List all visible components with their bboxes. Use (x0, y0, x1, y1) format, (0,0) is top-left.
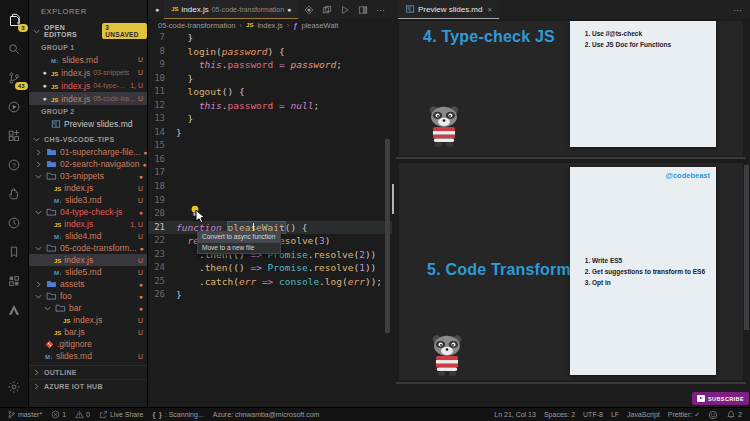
code-line[interactable]: 17 (148, 166, 392, 180)
outline-section[interactable]: OUTLINE (29, 365, 147, 379)
run-icon[interactable] (340, 5, 350, 15)
code-line[interactable]: 10 } (148, 72, 392, 86)
code-line[interactable]: 24 .then(() => Promise.resolve(1)) (148, 261, 392, 275)
code-line[interactable]: 7 } (148, 31, 392, 45)
code-editor[interactable]: 7 }8 login(password) {9 this.password = … (148, 31, 392, 407)
code-line[interactable]: 26} (148, 288, 392, 302)
open-editor-item[interactable]: Preview slides.md (29, 117, 147, 130)
code-line[interactable]: 12 this.password = null; (148, 99, 392, 113)
source-control-icon[interactable]: 43 (0, 63, 29, 92)
tab-index-js[interactable]: JS index.js 05-code-transformation ● (164, 0, 298, 19)
youtube-icon (697, 395, 705, 402)
popup-item-convert-async[interactable]: Convert to async function (198, 232, 280, 243)
prettier-icon[interactable] (304, 5, 314, 15)
tree-item[interactable]: JSindex.jsU (29, 182, 147, 194)
grid-icon[interactable] (0, 266, 29, 295)
code-line[interactable]: 16 (148, 153, 392, 167)
status-item[interactable]: LF (611, 411, 619, 418)
code-line[interactable]: 11 logout() { (148, 85, 392, 99)
status-item[interactable]: UTF-8 (583, 411, 603, 418)
code-line[interactable]: 8 login(password) { (148, 45, 392, 59)
more-actions-icon[interactable]: ··· (376, 5, 385, 15)
smiley-status-item[interactable] (708, 410, 718, 420)
status-item[interactable]: Prettier: ✓ (668, 411, 700, 419)
bell-status-item[interactable]: 2 (726, 410, 742, 420)
code-line[interactable]: 19 (148, 194, 392, 208)
status-item[interactable]: JavaScript (627, 411, 660, 418)
status-item[interactable]: Spaces: 2 (544, 411, 575, 418)
code-line[interactable]: 18 (148, 180, 392, 194)
code-line[interactable]: 9 this.password = password; (148, 58, 392, 72)
tree-item[interactable]: JSindex.jsU (29, 314, 147, 326)
code-line[interactable]: 25 .catch(err => console.log(err)); (148, 275, 392, 289)
breadcrumb-symbol[interactable]: pleaseWait (302, 21, 339, 30)
open-editor-item[interactable]: ●JSindex.js05-code-tra...U (29, 92, 147, 105)
line-number: 9 (148, 58, 174, 72)
files-icon[interactable]: 3 (0, 5, 29, 34)
tree-item[interactable]: 04-type-check-js● (29, 206, 147, 218)
open-preview-icon[interactable] (358, 5, 368, 15)
preview-scrollbar[interactable] (744, 165, 749, 330)
line-number: 10 (148, 72, 174, 86)
chevron-right-icon (35, 161, 43, 168)
editor-scrollbar[interactable] (385, 139, 390, 333)
open-editor-item[interactable]: M↓slides.mdU (29, 53, 147, 66)
svg-text:?: ? (12, 161, 16, 168)
azure-icon[interactable] (0, 295, 29, 324)
tree-item[interactable]: bar● (29, 302, 147, 314)
braces-status-item[interactable]: { }: Scanning... (152, 411, 203, 418)
history-icon[interactable] (0, 208, 29, 237)
hand-icon[interactable] (0, 179, 29, 208)
tree-item[interactable]: 05-code-transform...● (29, 242, 147, 254)
tree-item[interactable]: M↓slides.mdU (29, 350, 147, 362)
help-icon[interactable]: ? (0, 150, 29, 179)
gear-icon[interactable] (0, 372, 29, 401)
workspace-header[interactable]: CHS-VSCODE-TIPS (29, 130, 147, 146)
tree-item[interactable]: JSbar.jsU (29, 326, 147, 338)
error-status-item[interactable]: 1 (51, 410, 66, 419)
tree-item[interactable]: 03-snippets● (29, 170, 147, 182)
breadcrumb-folder[interactable]: 05-code-transformation (158, 21, 236, 30)
open-editors-header[interactable]: OPEN EDITORS 3 UNSAVED (29, 21, 147, 41)
subscribe-overlay[interactable]: SUBSCRIBE (692, 392, 749, 405)
status-item[interactable]: Ln 21, Col 13 (494, 411, 536, 418)
close-icon[interactable]: × (487, 5, 492, 14)
code-line[interactable]: 20 (148, 207, 392, 221)
branch-status-item[interactable]: master* (7, 410, 42, 419)
breadcrumb-file[interactable]: index.js (257, 21, 282, 30)
warning-status-item[interactable]: 0 (75, 410, 90, 419)
extensions-icon[interactable] (0, 121, 29, 150)
tree-item[interactable]: 01-supercharge-file...● (29, 146, 147, 158)
azure-iot-hub-section[interactable]: AZURE IOT HUB (29, 379, 147, 393)
status-label: Prettier: ✓ (668, 411, 700, 419)
slide-5-card: @codebeast Write ES5Get suggestions to t… (570, 167, 716, 375)
debug-icon[interactable] (0, 92, 29, 121)
more-actions-icon[interactable]: ··· (733, 5, 750, 15)
popup-item-move-file[interactable]: Move to a new file (198, 243, 280, 254)
open-editor-item[interactable]: ●JSindex.js03-snippetsU (29, 66, 147, 79)
breadcrumb[interactable]: 05-code-transformation › JS index.js › ƒ… (148, 19, 392, 31)
bookmark-icon[interactable] (0, 237, 29, 266)
live-share-status-item[interactable]: Live Share (99, 410, 143, 419)
tree-item[interactable]: .gitignore (29, 338, 147, 350)
code-line[interactable]: 14} (148, 126, 392, 140)
tree-item[interactable]: M↓slide4.mdU (29, 230, 147, 242)
tree-item[interactable]: JSindex.js1, U (29, 218, 147, 230)
tree-item[interactable]: foo● (29, 290, 147, 302)
tree-item[interactable]: M↓slide3.mdU (29, 194, 147, 206)
tab-preview-slides[interactable]: Preview slides.md × (398, 0, 499, 19)
tree-item[interactable]: M↓slide5.mdU (29, 266, 147, 278)
code-line[interactable]: 13 } (148, 112, 392, 126)
split-icon[interactable] (322, 5, 332, 15)
tree-item[interactable]: 02-search-navigation● (29, 158, 147, 170)
status-item[interactable]: Azure: chnwamba@microsoft.com (213, 411, 320, 418)
tree-item-name: foo (60, 291, 72, 301)
git-status-badge: U (138, 95, 143, 102)
tree-item[interactable]: assets● (29, 278, 147, 290)
open-editor-item[interactable]: ●JSindex.js04-type-c...1, U (29, 79, 147, 92)
error-icon (51, 410, 60, 419)
slide-5-heading: 5. Code Transform (419, 261, 579, 279)
tree-item[interactable]: JSindex.jsU (29, 254, 147, 266)
code-line[interactable]: 15 (148, 139, 392, 153)
search-icon[interactable] (0, 34, 29, 63)
